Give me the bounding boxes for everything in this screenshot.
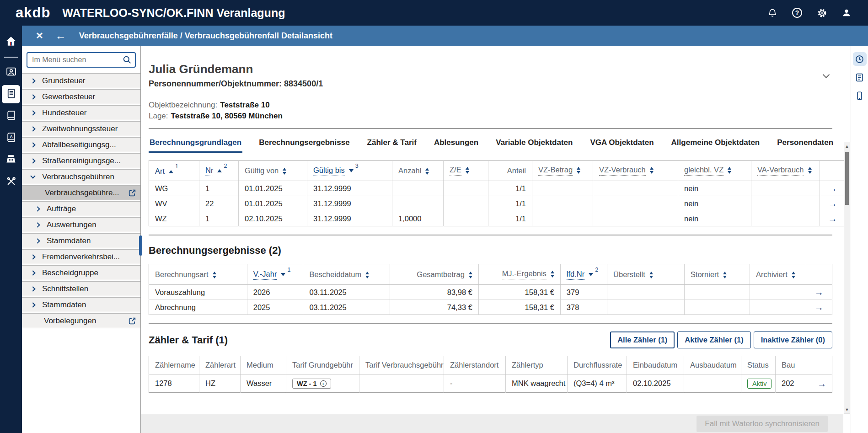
column-header-lfd-nr[interactable]: lfd.Nr2 — [560, 264, 607, 285]
sidebar-item-schnittstellen[interactable]: Schnittstellen — [22, 281, 140, 296]
filter-inaktive-zaehler-button[interactable]: Inaktive Zähler (0) — [754, 331, 832, 348]
sidebar-item-auswertungen[interactable]: Auswertungen — [22, 217, 140, 232]
scroll-down-arrow[interactable]: ▼ — [844, 406, 850, 413]
menu-search-input[interactable] — [27, 52, 136, 68]
search-icon[interactable] — [123, 55, 132, 66]
rail-item-dictionary[interactable]: A — [2, 129, 20, 147]
info-icon[interactable]: i — [320, 380, 327, 387]
home-icon — [5, 35, 17, 49]
sync-waterloo-button[interactable]: Fall mit Waterloo synchronisieren — [697, 416, 828, 432]
zaehler-table: Zählername Zählerart Medium Tarif Grundg… — [149, 356, 832, 393]
column-header-ueberstellt[interactable]: Überstellt — [607, 264, 685, 285]
tab-zaehler-tarif[interactable]: Zähler & Tarif — [366, 134, 418, 153]
open-row-arrow-icon[interactable]: → — [814, 287, 824, 297]
open-row-arrow-icon[interactable]: → — [828, 198, 837, 208]
rail-item-calculator[interactable] — [2, 151, 20, 169]
close-icon[interactable]: ✕ — [36, 30, 43, 41]
phone-device-icon[interactable] — [853, 89, 867, 102]
help-icon[interactable]: ? — [788, 3, 807, 22]
column-header-berechnungsart[interactable]: Berechnungsart — [149, 264, 247, 285]
rail-item-home[interactable] — [2, 33, 20, 51]
column-header-gueltig-bis[interactable]: Gültig bis3 — [307, 160, 392, 181]
sidebar-item-stammdaten[interactable]: Stammdaten — [22, 297, 140, 312]
tab-vga-objektdaten[interactable]: VGA Objektdaten — [589, 134, 654, 153]
open-row-arrow-icon[interactable]: → — [812, 375, 832, 392]
scrollbar-thumb[interactable] — [845, 152, 849, 205]
section-title-berechnungsergebnisse: Berechnungsergebnisse (2) — [149, 245, 832, 257]
tarif-chip[interactable]: WZ - 1i — [292, 379, 331, 389]
sidebar-item-stammdaten-verbrauch[interactable]: Stammdaten — [22, 233, 140, 248]
user-profile-icon[interactable] — [837, 3, 856, 22]
sidebar-item-strassenreinigung[interactable]: Straßenreinigungsge... — [22, 153, 140, 168]
sidebar-item-hundesteuer[interactable]: Hundesteuer — [22, 105, 140, 120]
column-header-art[interactable]: Art1 — [149, 160, 199, 181]
column-header-mj-ergebnis[interactable]: MJ.-Ergebnis — [478, 264, 560, 285]
column-header-storniert[interactable]: Storniert — [684, 264, 750, 285]
rail-item-contacts[interactable] — [2, 63, 20, 81]
column-header-gleichbl-vz[interactable]: gleichbl. VZ — [678, 160, 751, 181]
sort-icon — [283, 168, 286, 175]
sidebar-item-fremdenverkehrsbeitrag[interactable]: Fremdenverkehrsbei... — [22, 249, 140, 264]
chevron-right-icon — [30, 302, 35, 307]
column-header-gesamtbetrag[interactable]: Gesamtbetrag — [390, 264, 478, 285]
sidebar-item-bescheidgruppe[interactable]: Bescheidgruppe — [22, 265, 140, 280]
scroll-up-arrow[interactable]: ▲ — [844, 143, 850, 150]
tab-berechnungsergebnisse[interactable]: Berechnungsergebnisse — [258, 134, 350, 153]
column-header-nr[interactable]: Nr2 — [199, 160, 239, 181]
sidebar-item-label: Stammdaten — [42, 300, 86, 310]
sidebar-item-abfallbeseitigung[interactable]: Abfallbeseitigungsg... — [22, 137, 140, 152]
tab-personendaten[interactable]: Personendaten — [776, 134, 834, 153]
column-header-ze[interactable]: Z/E — [444, 160, 488, 181]
tab-ablesungen[interactable]: Ablesungen — [433, 134, 479, 153]
column-header-bescheiddatum[interactable]: Bescheiddatum — [303, 264, 390, 285]
chevron-right-icon — [30, 142, 35, 147]
filter-alle-zaehler-button[interactable]: Alle Zähler (1) — [610, 331, 675, 348]
tools-icon — [5, 176, 17, 189]
svg-text:A: A — [10, 134, 13, 139]
open-row-arrow-icon[interactable]: → — [828, 183, 837, 193]
column-header-v-jahr[interactable]: V.-Jahr1 — [247, 264, 303, 285]
action-footer: Fall mit Waterloo synchronisieren — [141, 414, 843, 433]
rail-item-cases[interactable] — [2, 85, 20, 103]
settings-gear-icon[interactable] — [812, 3, 831, 22]
chevron-right-icon — [30, 126, 35, 131]
column-header-vz-betrag[interactable]: VZ-Betrag — [532, 160, 593, 181]
sort-asc-icon — [169, 170, 173, 173]
open-row-arrow-icon[interactable]: → — [828, 214, 837, 224]
external-link-icon[interactable] — [129, 317, 136, 325]
notes-document-icon[interactable] — [853, 70, 867, 84]
tab-allgemeine-objektdaten[interactable]: Allgemeine Objektdaten — [670, 134, 761, 153]
column-header-archiviert[interactable]: Archiviert — [750, 264, 806, 285]
chevron-right-icon — [30, 94, 35, 99]
history-clock-icon[interactable] — [853, 52, 867, 66]
tab-berechnungsgrundlagen[interactable]: Berechnungsgrundlagen — [149, 134, 242, 153]
notifications-bell-icon[interactable] — [763, 3, 782, 22]
filter-aktive-zaehler-button[interactable]: Aktive Zähler (1) — [677, 331, 750, 348]
sidebar-item-verbrauchsgebuehrenfaelle[interactable]: Verbrauchsgebühre... — [22, 185, 140, 200]
sidebar-item-label: Straßenreinigungsge... — [42, 156, 121, 166]
sidebar-scrollbar-thumb[interactable] — [139, 235, 142, 256]
contact-card-icon — [5, 66, 17, 79]
column-header-anzahl[interactable]: Anzahl — [392, 160, 444, 181]
rail-item-register[interactable] — [2, 107, 20, 125]
column-header-va-verbrauch[interactable]: VA-Verbrauch — [751, 160, 820, 181]
tab-variable-objektdaten[interactable]: Variable Objektdaten — [495, 134, 573, 153]
column-header-vz-verbrauch[interactable]: VZ-Verbrauch — [593, 160, 678, 181]
breadcrumb: Verbrauchsgebührenfälle / Verbrauchsgebü… — [79, 31, 332, 41]
rail-item-tools[interactable] — [2, 173, 20, 191]
external-link-icon[interactable] — [129, 189, 136, 197]
sidebar-item-vorbelegungen[interactable]: Vorbelegungen — [22, 313, 140, 328]
back-arrow-icon[interactable]: ← — [55, 30, 66, 41]
column-header-gueltig-von[interactable]: Gültig von — [239, 160, 307, 181]
sidebar-item-grundsteuer[interactable]: Grundsteuer — [22, 73, 140, 88]
sidebar-item-label: Verbrauchsgebühre... — [45, 188, 119, 198]
app-title: WATERLOO-SYNC/OK.FINN Veranlagung — [62, 6, 285, 20]
rail-divider — [4, 57, 18, 58]
sidebar-item-gewerbesteuer[interactable]: Gewerbesteuer — [22, 89, 140, 104]
open-row-arrow-icon[interactable]: → — [814, 302, 824, 312]
sort-desc-icon — [281, 273, 285, 276]
sidebar-item-auftraege[interactable]: Aufträge — [22, 201, 140, 216]
sidebar-item-zweitwohnungssteuer[interactable]: Zweitwohnungssteuer — [22, 121, 140, 136]
chevron-right-icon — [30, 254, 35, 259]
sidebar-item-verbrauchsgebuehren[interactable]: Verbrauchsgebühren — [22, 169, 140, 184]
